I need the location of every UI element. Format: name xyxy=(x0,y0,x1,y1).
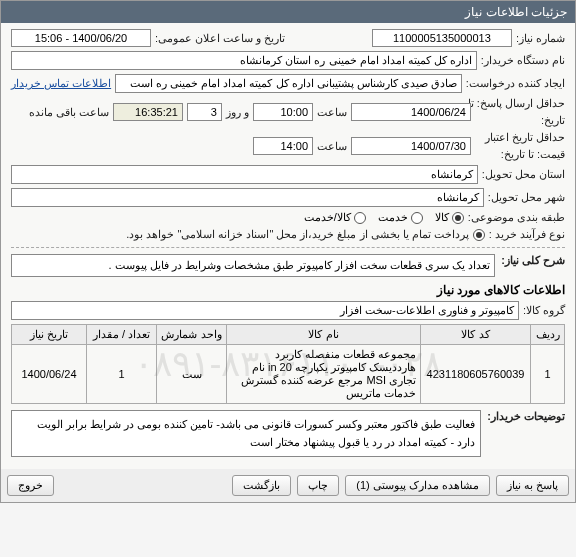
th-row: ردیف xyxy=(531,325,565,345)
th-unit: واحد شمارش xyxy=(157,325,227,345)
goods-table: ردیف کد کالا نام کالا واحد شمارش تعداد /… xyxy=(11,324,565,404)
radio-service[interactable]: خدمت xyxy=(378,211,423,224)
contact-link[interactable]: اطلاعات تماس خریدار xyxy=(11,77,111,90)
radio-dot-icon xyxy=(411,212,423,224)
valid-label-a: حداقل تاریخ اعتبار xyxy=(475,131,565,144)
announce-label: تاریخ و ساعت اعلان عمومی: xyxy=(155,32,285,45)
valid-label-b: قیمت: تا تاریخ: xyxy=(475,148,565,161)
buy-proc-label: نوع فرآیند خرید : xyxy=(489,228,565,241)
cell-row: 1 xyxy=(531,345,565,404)
deadline-date: 1400/06/24 xyxy=(351,103,471,121)
summary-label: شرح کلی نیاز: xyxy=(501,254,565,267)
requester-label: ایجاد کننده درخواست: xyxy=(466,77,565,90)
th-qty: تعداد / مقدار xyxy=(87,325,157,345)
remain-field: 16:35:21 xyxy=(113,103,183,121)
radio-goods[interactable]: کالا xyxy=(435,211,464,224)
valid-date: 1400/07/30 xyxy=(351,137,471,155)
radio-dot-icon xyxy=(452,212,464,224)
back-button[interactable]: بازگشت xyxy=(232,475,291,496)
button-bar: پاسخ به نیاز مشاهده مدارک پیوستی (1) چاپ… xyxy=(1,469,575,502)
days-label: و روز xyxy=(226,106,249,119)
cell-date: 1400/06/24 xyxy=(12,345,87,404)
th-name: نام کالا xyxy=(227,325,421,345)
cell-code: 4231180605760039 xyxy=(421,345,531,404)
deadline-label-a: حداقل ارسال پاسخ: تا xyxy=(475,97,565,110)
cell-qty: 1 xyxy=(87,345,157,404)
radio-service-label: خدمت xyxy=(378,211,408,224)
city-deliv-label: شهر محل تحویل: xyxy=(488,191,565,204)
requester-field: صادق صیدی کارشناس پشتیبانی اداره کل کمیت… xyxy=(115,74,462,93)
city-req-field: کرمانشاه xyxy=(11,165,478,184)
valid-time-label: ساعت xyxy=(317,140,347,153)
need-no-label: شماره نیاز: xyxy=(516,32,565,45)
need-no-field: 1100005135000013 xyxy=(372,29,512,47)
reply-button[interactable]: پاسخ به نیاز xyxy=(496,475,569,496)
deadline-label-b: تاریخ: xyxy=(475,114,565,127)
explain-field: فعالیت طبق فاکتور معتبر وکسر کسورات قانو… xyxy=(11,410,481,457)
valid-time: 14:00 xyxy=(253,137,313,155)
deadline-time-label: ساعت xyxy=(317,106,347,119)
radio-dot-icon[interactable] xyxy=(473,229,485,241)
announce-field: 1400/06/20 - 15:06 xyxy=(11,29,151,47)
section-header: جزئیات اطلاعات نیاز xyxy=(1,1,575,23)
th-date: تاریخ نیاز xyxy=(12,325,87,345)
table-row: 1 4231180605760039 مجموعه قطعات منفصله ک… xyxy=(12,345,565,404)
group-field: کامپیوتر و فناوری اطلاعات-سخت افزار xyxy=(11,301,519,320)
buyer-field: اداره کل کمیته امداد امام خمینی ره استان… xyxy=(11,51,477,70)
group-label: گروه کالا: xyxy=(523,304,565,317)
city-deliv-field: کرمانشاه xyxy=(11,188,484,207)
days-field: 3 xyxy=(187,103,222,121)
buy-proc-text: پرداخت تمام یا بخشی از مبلغ خرید،از محل … xyxy=(126,228,469,241)
radio-goods-label: کالا xyxy=(435,211,449,224)
radio-dot-icon xyxy=(354,212,366,224)
city-req-label: استان محل تحویل: xyxy=(482,168,565,181)
radio-both-label: کالا/خدمت xyxy=(304,211,351,224)
goods-table-wrap: ردیف کد کالا نام کالا واحد شمارش تعداد /… xyxy=(11,324,565,404)
th-code: کد کالا xyxy=(421,325,531,345)
cell-name: مجموعه قطعات منفصله کاربرد هارددیسک کامپ… xyxy=(227,345,421,404)
explain-label: توضیحات خریدار: xyxy=(487,410,565,423)
print-button[interactable]: چاپ xyxy=(297,475,339,496)
attachments-button[interactable]: مشاهده مدارک پیوستی (1) xyxy=(345,475,490,496)
table-header-row: ردیف کد کالا نام کالا واحد شمارش تعداد /… xyxy=(12,325,565,345)
cell-unit: ست xyxy=(157,345,227,404)
summary-field: تعداد یک سری قطعات سخت افزار کامپیوتر طب… xyxy=(11,254,495,277)
exit-button[interactable]: خروج xyxy=(7,475,54,496)
deadline-time: 10:00 xyxy=(253,103,313,121)
goods-section-title: اطلاعات کالاهای مورد نیاز xyxy=(11,283,565,297)
buyer-label: نام دستگاه خریدار: xyxy=(481,54,565,67)
remain-label: ساعت باقی مانده xyxy=(29,106,109,119)
cat-radio-group: کالا خدمت کالا/خدمت xyxy=(304,211,464,224)
radio-both[interactable]: کالا/خدمت xyxy=(304,211,366,224)
cat-label: طبقه بندی موضوعی: xyxy=(468,211,565,224)
